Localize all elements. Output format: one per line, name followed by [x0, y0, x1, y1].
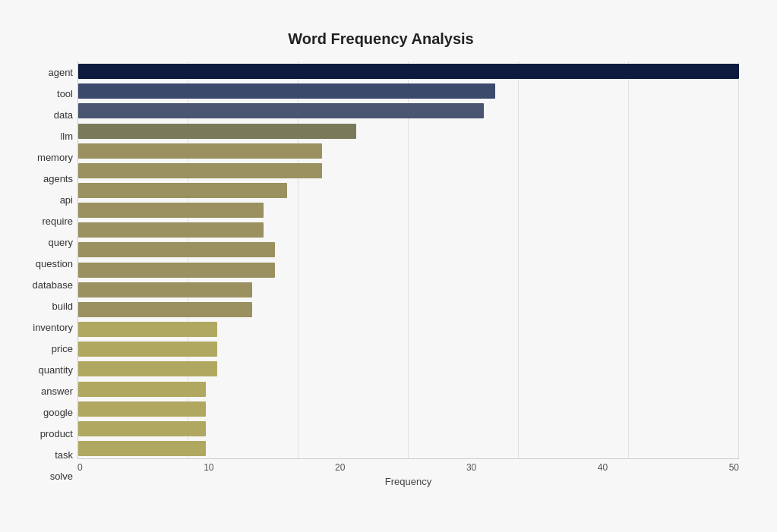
bar-row [78, 379, 739, 399]
y-label: quantity [23, 360, 73, 381]
chart-container: Word Frequency Analysis agenttooldatallm… [15, 15, 762, 532]
bar [78, 421, 206, 436]
chart-area: agenttooldatallmmemoryagentsapirequirequ… [23, 61, 739, 487]
bar-row [78, 161, 739, 181]
bar [78, 64, 739, 79]
bar-row [78, 260, 739, 280]
y-label: product [23, 423, 73, 445]
bars-and-xaxis: 01020304050 Frequency [77, 61, 739, 487]
bar-row [78, 240, 739, 260]
x-axis: 01020304050 [77, 459, 739, 473]
bar [78, 143, 322, 159]
y-label: query [23, 231, 73, 253]
bar [78, 222, 264, 238]
bar-row [78, 141, 739, 161]
bar [78, 183, 287, 198]
x-tick: 20 [335, 462, 345, 473]
bar-row [78, 339, 739, 359]
y-axis: agenttooldatallmmemoryagentsapirequirequ… [23, 61, 77, 487]
bar-row [78, 399, 739, 419]
y-label: data [23, 104, 73, 125]
bar-row [78, 181, 739, 200]
y-label: google [23, 402, 73, 423]
bar [78, 382, 206, 397]
y-label: require [23, 210, 73, 231]
chart-title: Word Frequency Analysis [23, 30, 739, 48]
bar-row [78, 220, 739, 240]
bar-row [78, 81, 739, 101]
bar [78, 163, 322, 178]
y-label: inventory [23, 317, 73, 338]
x-tick: 10 [204, 462, 213, 473]
y-label: task [23, 445, 73, 466]
y-label: build [23, 296, 73, 317]
bar-row [78, 320, 739, 339]
y-label: question [23, 253, 73, 274]
y-label: tool [23, 83, 73, 104]
bar-row [78, 419, 739, 439]
x-tick: 50 [729, 462, 739, 473]
bar-row [78, 121, 739, 140]
y-label: llm [23, 125, 73, 146]
bar [78, 83, 495, 99]
x-axis-label: Frequency [77, 476, 739, 487]
bar [78, 263, 275, 278]
bar [78, 282, 252, 297]
bar [78, 401, 206, 417]
bar-row [78, 359, 739, 379]
bar [78, 361, 217, 376]
bar-row [78, 439, 739, 458]
bar-row [78, 61, 739, 81]
bar-row [78, 300, 739, 320]
bar [78, 302, 252, 317]
x-tick: 30 [466, 462, 476, 473]
y-label: agent [23, 61, 73, 83]
bar [78, 322, 217, 337]
bar [78, 124, 356, 139]
bar [78, 342, 217, 357]
y-label: solve [23, 466, 73, 487]
y-label: api [23, 189, 73, 210]
x-tick: 0 [77, 462, 83, 473]
bar [78, 103, 484, 118]
bar-row [78, 200, 739, 220]
y-label: memory [23, 146, 73, 168]
bar-row [78, 280, 739, 300]
y-label: agents [23, 168, 73, 189]
x-tick: 40 [598, 462, 608, 473]
y-label: database [23, 274, 73, 295]
bar [78, 242, 275, 257]
bar [78, 203, 264, 218]
bar-row [78, 101, 739, 121]
y-label: answer [23, 381, 73, 402]
y-label: price [23, 338, 73, 360]
bars-wrapper [77, 61, 739, 459]
bar [78, 441, 206, 456]
